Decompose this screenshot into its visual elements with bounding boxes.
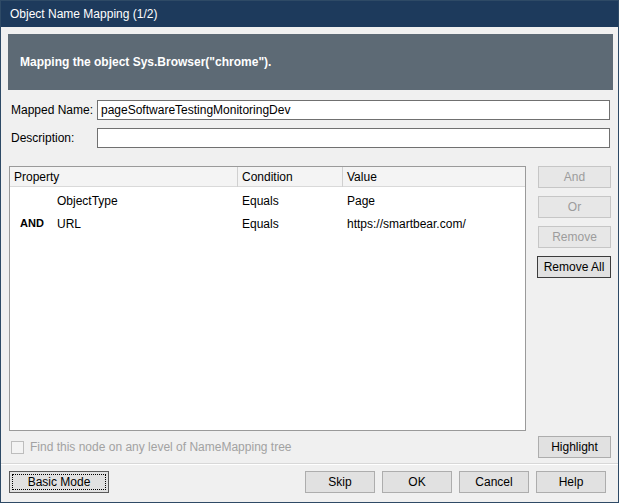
mapped-name-input[interactable] xyxy=(97,100,610,120)
description-label: Description: xyxy=(11,131,74,145)
table-row[interactable]: AND URL Equals https://smartbear.com/ xyxy=(10,213,525,235)
cancel-button[interactable]: Cancel xyxy=(459,471,529,493)
row-property: ObjectType xyxy=(57,194,118,208)
mapping-header-band: Mapping the object Sys.Browser("chrome")… xyxy=(8,34,613,90)
basic-mode-button[interactable]: Basic Mode xyxy=(9,471,109,493)
column-header-value: Value xyxy=(347,170,377,184)
and-button: And xyxy=(538,166,611,188)
remove-button: Remove xyxy=(538,226,611,248)
row-logic-operator: AND xyxy=(20,217,44,229)
object-name-mapping-dialog: Object Name Mapping (1/2) Mapping the ob… xyxy=(0,0,619,503)
help-button[interactable]: Help xyxy=(536,471,606,493)
property-conditions-grid[interactable]: Property Condition Value ObjectType Equa… xyxy=(9,166,526,431)
row-condition: Equals xyxy=(242,217,279,231)
column-header-condition: Condition xyxy=(242,170,293,184)
find-node-checkbox xyxy=(11,441,24,454)
mapped-name-label: Mapped Name: xyxy=(11,103,93,117)
remove-all-button[interactable]: Remove All xyxy=(537,256,611,278)
row-property: URL xyxy=(57,217,81,231)
footer-divider xyxy=(1,463,618,465)
row-value: Page xyxy=(347,194,375,208)
title-bar: Object Name Mapping (1/2) xyxy=(1,1,618,27)
skip-button[interactable]: Skip xyxy=(305,471,375,493)
row-value: https://smartbear.com/ xyxy=(347,217,466,231)
description-input[interactable] xyxy=(97,128,610,148)
column-separator xyxy=(237,167,238,187)
grid-header-row: Property Condition Value xyxy=(10,167,525,187)
or-button: Or xyxy=(538,196,611,218)
mapping-header-text: Mapping the object Sys.Browser("chrome")… xyxy=(20,55,271,69)
table-row[interactable]: ObjectType Equals Page xyxy=(10,190,525,212)
column-separator xyxy=(342,167,343,187)
find-node-checkbox-label: Find this node on any level of NameMappi… xyxy=(30,440,292,454)
ok-button[interactable]: OK xyxy=(382,471,452,493)
highlight-button[interactable]: Highlight xyxy=(538,436,611,458)
row-condition: Equals xyxy=(242,194,279,208)
column-header-property: Property xyxy=(14,170,59,184)
window-title: Object Name Mapping (1/2) xyxy=(10,7,157,21)
